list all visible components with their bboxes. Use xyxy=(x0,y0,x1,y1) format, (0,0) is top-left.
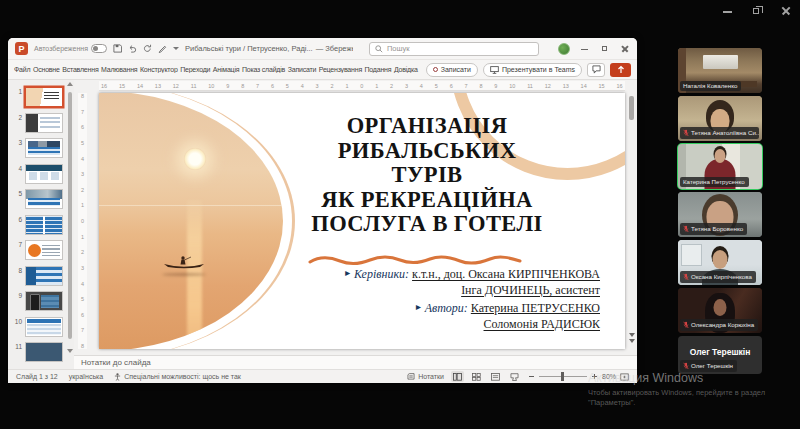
slide-thumbnail-7[interactable] xyxy=(25,240,63,260)
thumbnail-row: 3 xyxy=(8,138,66,164)
slide-thumbnail-8[interactable] xyxy=(25,266,63,286)
ribbon-tab-draw[interactable]: Малювання xyxy=(101,66,137,73)
slide-number: 11 xyxy=(13,343,22,350)
notes-toggle-button[interactable]: Нотатки xyxy=(407,373,444,380)
ribbon-right-buttons: Записати Презентувати в Teams xyxy=(426,63,631,77)
participant-tile[interactable]: Наталія Коваленко xyxy=(678,48,762,93)
accessibility-status[interactable]: Спеціальні можливості: щось не так xyxy=(114,373,241,381)
slide-thumbnail-11[interactable] xyxy=(25,342,63,362)
save-icon[interactable] xyxy=(113,44,122,53)
comments-button[interactable] xyxy=(587,63,605,77)
scroll-up-icon[interactable] xyxy=(67,82,73,86)
credit-line: ►Керівники: к.т.н., доц. Оксана КИРПІЧЕН… xyxy=(270,265,600,282)
slide-number: 2 xyxy=(13,114,22,121)
slide-thumbnail-2[interactable] xyxy=(25,113,63,133)
zoom-percentage[interactable]: 80% xyxy=(602,373,616,380)
powerpoint-titlebar: P Автозбереження Рибальські тури / Петру… xyxy=(8,38,637,60)
slide-sorter-view-icon[interactable] xyxy=(470,371,483,382)
present-in-teams-button[interactable]: Презентувати в Teams xyxy=(483,63,582,77)
boat-silhouette xyxy=(162,255,206,271)
ribbon-tab-file[interactable]: Файл xyxy=(14,66,30,73)
slide-title[interactable]: ОРГАНІЗАЦІЯ РИБАЛЬСЬКИХ ТУРІВ ЯК РЕКРЕАЦ… xyxy=(284,114,570,237)
slide-thumbnail-1[interactable] xyxy=(25,87,63,107)
slide-canvas-area[interactable]: 1615141312111098765432101234567891011121… xyxy=(74,80,637,355)
powerpoint-logo-icon[interactable]: P xyxy=(15,42,28,55)
slide-counter[interactable]: Слайд 1 з 12 xyxy=(16,373,58,380)
record-icon xyxy=(433,67,438,72)
account-avatar[interactable] xyxy=(558,43,570,55)
zoom-out-icon[interactable] xyxy=(528,373,535,380)
ribbon-tab-help[interactable]: Довідка xyxy=(394,66,418,73)
scrollbar-thumb[interactable] xyxy=(68,92,72,339)
ribbon-tab-row: Файл Основне Вставлення Малювання Констр… xyxy=(8,60,637,80)
search-input[interactable]: Пошук xyxy=(369,42,539,56)
participant-tile[interactable]: Тетяна Боровенко xyxy=(678,192,762,237)
participant-name-label: Катерина Петрусенко xyxy=(680,177,749,187)
zoom-slider[interactable] xyxy=(539,376,587,377)
restore-icon[interactable] xyxy=(751,5,763,17)
ribbon-tab-home[interactable]: Основне xyxy=(33,66,60,73)
ribbon-tab-review[interactable]: Рецензування xyxy=(319,66,362,73)
ribbon-tab-view[interactable]: Подання xyxy=(365,66,392,73)
next-slide-buttons[interactable] xyxy=(629,333,635,345)
fit-slide-icon[interactable] xyxy=(620,373,629,381)
participant-tile[interactable]: Олег ТерешкінОлег Терешкін xyxy=(678,336,762,374)
slide-thumbnail-4[interactable] xyxy=(25,164,63,184)
pp-minimize-icon[interactable] xyxy=(580,44,590,54)
pp-maximize-icon[interactable] xyxy=(600,44,610,54)
slide-number: 7 xyxy=(13,241,22,248)
pp-close-icon[interactable] xyxy=(620,44,630,54)
autosave-toggle[interactable]: Автозбереження xyxy=(34,44,107,53)
normal-view-icon[interactable] xyxy=(451,371,464,382)
slide-number: 4 xyxy=(13,165,22,172)
workspace: 1234567891011 16151413121110987654321012… xyxy=(8,80,637,369)
ribbon-tab-record[interactable]: Записати xyxy=(288,66,317,73)
slide[interactable]: ОРГАНІЗАЦІЯ РИБАЛЬСЬКИХ ТУРІВ ЯК РЕКРЕАЦ… xyxy=(99,93,625,349)
canvas-scrollbar[interactable] xyxy=(628,93,635,349)
language-indicator[interactable]: українська xyxy=(69,373,103,380)
participant-tile[interactable]: Оксана Кирпіченкова xyxy=(678,240,762,285)
zoom-in-icon[interactable] xyxy=(591,373,598,380)
participant-tile[interactable]: Тетяна Анатоліївна Си... xyxy=(678,96,762,141)
minimize-icon[interactable] xyxy=(722,5,734,17)
scrollbar-thumb[interactable] xyxy=(629,96,634,120)
participant-tile[interactable]: Олександра Корюхіна xyxy=(678,288,762,333)
thumbnail-row: 8 xyxy=(8,266,66,292)
ribbon-tab-slideshow[interactable]: Показ слайдів xyxy=(242,66,285,73)
notes-panel[interactable]: Нотатки до слайда xyxy=(74,355,637,369)
share-button[interactable] xyxy=(610,63,631,77)
thumbnail-row: 5 xyxy=(8,189,66,215)
participants-strip: Наталія КоваленкоТетяна Анатоліївна Си..… xyxy=(678,48,762,374)
reading-view-icon[interactable] xyxy=(489,371,502,382)
thumbnails-scrollbar[interactable] xyxy=(66,80,74,369)
pen-icon[interactable] xyxy=(158,44,167,53)
call-app-window: P Автозбереження Рибальські тури / Петру… xyxy=(0,0,800,429)
slide-thumbnail-9[interactable] xyxy=(25,291,63,311)
participant-name-label: Тетяна Боровенко xyxy=(680,223,747,235)
qat-chevron-icon[interactable] xyxy=(173,47,179,50)
zoom-control: 80% xyxy=(528,373,629,381)
slide-thumbnail-6[interactable] xyxy=(25,215,63,235)
ribbon-tab-design[interactable]: Конструктор xyxy=(140,66,178,73)
participant-name-label: Олександра Корюхіна xyxy=(680,319,758,331)
slideshow-view-icon[interactable] xyxy=(508,371,521,382)
boat-reflection xyxy=(162,273,206,276)
zoom-slider-thumb[interactable] xyxy=(561,372,564,381)
slide-number: 10 xyxy=(13,318,22,325)
scroll-down-icon[interactable] xyxy=(67,349,73,353)
slide-thumbnail-3[interactable] xyxy=(25,138,63,158)
muted-mic-icon xyxy=(683,225,689,233)
participant-tile[interactable]: Катерина Петрусенко xyxy=(678,144,762,189)
slide-thumbnail-10[interactable] xyxy=(25,317,63,337)
close-icon[interactable] xyxy=(780,5,792,17)
record-button[interactable]: Записати xyxy=(426,63,478,77)
ribbon-tab-transitions[interactable]: Переходи xyxy=(180,66,210,73)
credit-line: ►Автори: Катерина ПЕТРУСЕНКО xyxy=(270,299,600,316)
slide-thumbnail-5[interactable] xyxy=(25,189,63,209)
document-title[interactable]: Рибальські тури / Петрусенко, Раді... — … xyxy=(185,44,353,53)
ribbon-tab-insert[interactable]: Вставлення xyxy=(62,66,98,73)
ribbon-tab-animations[interactable]: Анімація xyxy=(213,66,240,73)
undo-icon[interactable] xyxy=(128,44,137,53)
redo-icon[interactable] xyxy=(143,44,152,53)
slide-credits[interactable]: ►Керівники: к.т.н., доц. Оксана КИРПІЧЕН… xyxy=(270,265,600,332)
